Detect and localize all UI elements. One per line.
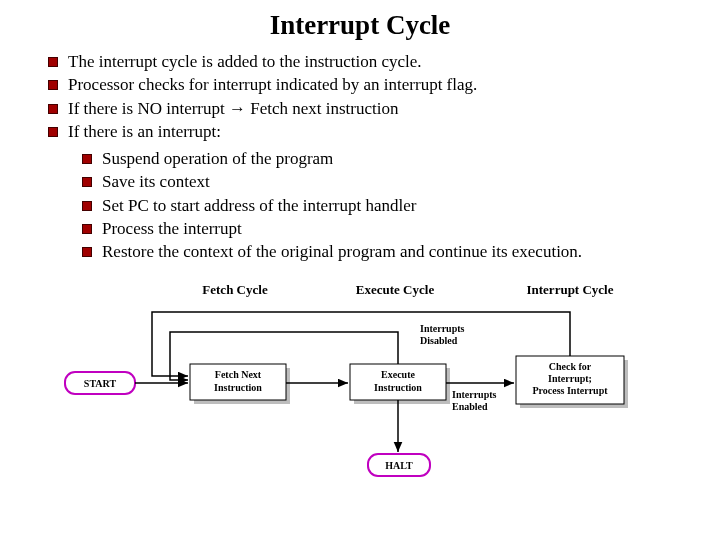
sub-bullet-item: Save its context [82,171,700,192]
label-interrupts-enabled-2: Enabled [452,401,488,412]
sub-bullet-item: Process the interrupt [82,218,700,239]
interrupt-cycle-diagram: Fetch Cycle Execute Cycle Interrupt Cycl… [60,276,660,486]
sub-bullet-list: Suspend operation of the program Save it… [82,148,700,262]
label-execute-cycle: Execute Cycle [356,282,435,297]
fetch-box: Fetch Next Instruction [190,364,290,404]
start-node: START [65,372,135,394]
svg-text:Interrupt;: Interrupt; [548,373,592,384]
bullet-item: The interrupt cycle is added to the inst… [48,51,700,72]
svg-text:Instruction: Instruction [374,382,422,393]
svg-text:Execute: Execute [381,369,415,380]
bullet-item: If there is an interrupt: [48,121,700,142]
execute-box: Execute Instruction [350,364,450,404]
interrupt-box: Check for Interrupt; Process Interrupt [516,356,628,408]
svg-text:START: START [84,378,117,389]
sub-bullet-item: Restore the context of the original prog… [82,241,700,262]
label-interrupt-cycle: Interrupt Cycle [526,282,613,297]
svg-text:Process Interrupt: Process Interrupt [532,385,608,396]
sub-bullet-item: Suspend operation of the program [82,148,700,169]
svg-text:Check for: Check for [549,361,592,372]
label-interrupts-disabled-2: Disabled [420,335,458,346]
svg-text:Instruction: Instruction [214,382,262,393]
main-bullet-list: The interrupt cycle is added to the inst… [48,51,700,142]
sub-bullet-item: Set PC to start address of the interrupt… [82,195,700,216]
svg-text:HALT: HALT [385,460,413,471]
bullet-item: Processor checks for interrupt indicated… [48,74,700,95]
label-interrupts-disabled: Interrupts [420,323,465,334]
label-interrupts-enabled: Interrupts [452,389,497,400]
page-title: Interrupt Cycle [20,10,700,41]
label-fetch-cycle: Fetch Cycle [202,282,268,297]
halt-node: HALT [368,454,430,476]
bullet-item: If there is NO interrupt → Fetch next in… [48,98,700,119]
svg-text:Fetch Next: Fetch Next [215,369,262,380]
diagram-container: Fetch Cycle Execute Cycle Interrupt Cycl… [20,276,700,491]
